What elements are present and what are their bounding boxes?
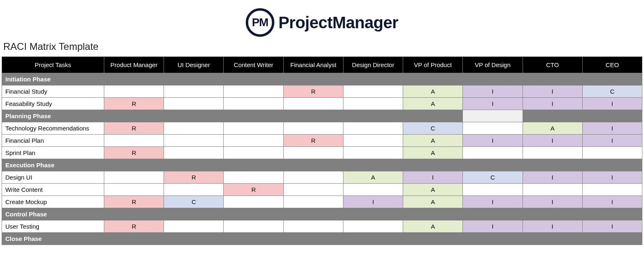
raci-cell [164,122,224,135]
phase-name: Initiation Phase [2,73,104,85]
col-header-role: UI Designer [164,57,224,73]
raci-table: Project TasksProduct ManagerUI DesignerC… [2,56,642,245]
phase-cell [403,73,463,85]
phase-cell [523,73,582,85]
phase-cell [582,159,642,171]
phase-cell [104,233,164,245]
phase-row: Control Phase [2,208,642,220]
raci-cell [582,147,642,159]
raci-cell: I [582,122,642,135]
logo-text: ProjectManager [278,13,398,32]
col-header-role: CTO [523,57,582,73]
raci-cell [224,98,283,110]
raci-cell: I [403,171,463,184]
raci-cell [164,184,224,196]
col-header-role: VP of Design [463,57,523,73]
phase-cell [523,233,582,245]
phase-cell [164,208,224,220]
phase-cell [104,159,164,171]
col-header-role: Product Manager [104,57,164,73]
phase-cell [104,110,164,122]
raci-cell: R [104,122,164,135]
phase-cell [164,233,224,245]
raci-cell: I [582,196,642,208]
task-name: User Testing [2,220,104,233]
raci-cell: C [403,122,463,135]
raci-cell: A [403,85,463,98]
phase-cell [283,110,343,122]
raci-cell: I [582,98,642,110]
phase-cell [224,159,283,171]
raci-cell [463,122,523,135]
logo-badge: PM [246,8,274,37]
raci-cell: I [343,196,403,208]
phase-row: Planning Phase [2,110,642,122]
raci-cell [343,135,403,147]
raci-cell: A [403,184,463,196]
phase-cell [463,159,523,171]
phase-cell [343,208,403,220]
raci-cell: A [523,122,582,135]
table-body: Initiation PhaseFinancial StudyRAIICFeas… [2,73,642,245]
raci-cell [164,135,224,147]
phase-cell [224,110,283,122]
phase-cell [403,208,463,220]
task-name: Financial Study [2,85,104,98]
phase-name: Control Phase [2,208,104,220]
task-name: Feasability Study [2,98,104,110]
raci-cell [343,147,403,159]
phase-cell [403,159,463,171]
raci-cell: I [582,135,642,147]
phase-cell [463,208,523,220]
phase-cell [224,233,283,245]
phase-row: Execution Phase [2,159,642,171]
raci-cell [164,220,224,233]
raci-cell: I [463,98,523,110]
col-header-role: CEO [582,57,642,73]
col-header-role: VP of Product [403,57,463,73]
phase-row: Initiation Phase [2,73,642,85]
raci-cell [104,135,164,147]
task-name: Design UI [2,171,104,184]
phase-cell [164,110,224,122]
phase-cell [582,73,642,85]
raci-cell [463,184,523,196]
raci-cell: I [463,220,523,233]
task-name: Technology Recommendations [2,122,104,135]
brand-logo: PM ProjectManager [246,8,398,37]
phase-cell [582,233,642,245]
raci-cell [523,184,582,196]
raci-cell [343,184,403,196]
table-header: Project TasksProduct ManagerUI DesignerC… [2,57,642,73]
task-name: Create Mockup [2,196,104,208]
raci-cell [283,220,343,233]
phase-cell [463,233,523,245]
phase-cell [164,73,224,85]
raci-cell [283,184,343,196]
raci-cell [224,85,283,98]
raci-cell [343,98,403,110]
table-row: Design UIRAICII [2,171,642,184]
phase-name: Planning Phase [2,110,104,122]
table-row: Write ContentRA [2,184,642,196]
phase-cell [164,159,224,171]
phase-cell [343,73,403,85]
raci-cell: R [283,85,343,98]
raci-cell: I [463,135,523,147]
raci-cell [104,184,164,196]
table-row: Technology RecommendationsRCAI [2,122,642,135]
raci-cell: A [403,98,463,110]
phase-cell [403,110,463,122]
raci-cell [224,220,283,233]
raci-cell: A [403,147,463,159]
logo-area: PM ProjectManager [0,0,644,41]
raci-cell: R [104,220,164,233]
raci-cell [343,220,403,233]
raci-cell [283,122,343,135]
raci-cell: C [582,85,642,98]
phase-cell [283,208,343,220]
col-header-role: Design Director [343,57,403,73]
col-header-tasks: Project Tasks [2,57,104,73]
col-header-role: Content Writer [224,57,283,73]
phase-cell [343,110,403,122]
